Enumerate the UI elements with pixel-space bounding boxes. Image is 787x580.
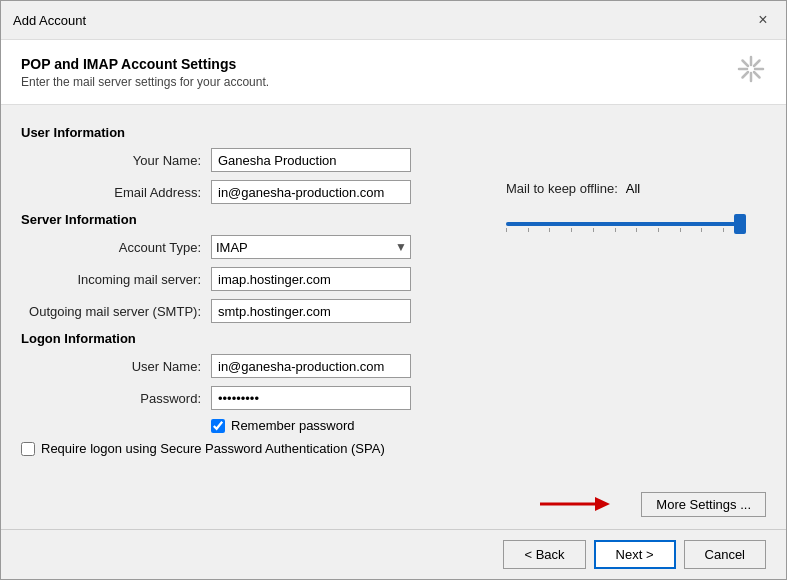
incoming-server-input[interactable] <box>211 267 411 291</box>
slider-track <box>506 222 746 226</box>
slider-tick <box>528 228 529 232</box>
footer: < Back Next > Cancel <box>1 529 786 579</box>
left-panel: User Information Your Name: Email Addres… <box>21 121 486 473</box>
loading-icon <box>736 54 766 90</box>
outgoing-server-label: Outgoing mail server (SMTP): <box>21 304 211 319</box>
email-address-row: Email Address: <box>21 180 486 204</box>
server-info-title: Server Information <box>21 212 486 227</box>
offline-label: Mail to keep offline: <box>506 181 618 196</box>
password-input[interactable] <box>211 386 411 410</box>
your-name-row: Your Name: <box>21 148 486 172</box>
slider-tick <box>549 228 550 232</box>
title-bar: Add Account × <box>1 1 786 40</box>
slider-tick <box>680 228 681 232</box>
header-section: POP and IMAP Account Settings Enter the … <box>1 40 786 105</box>
slider-tick <box>658 228 659 232</box>
content-area: User Information Your Name: Email Addres… <box>1 105 786 489</box>
slider-tick <box>615 228 616 232</box>
slider-ticks <box>506 228 746 232</box>
slider-tick <box>593 228 594 232</box>
spa-row: Require logon using Secure Password Auth… <box>21 441 486 456</box>
slider-tick <box>636 228 637 232</box>
remember-password-checkbox[interactable] <box>211 419 225 433</box>
your-name-label: Your Name: <box>21 153 211 168</box>
slider-tick <box>571 228 572 232</box>
header-subtitle: Enter the mail server settings for your … <box>21 75 269 89</box>
outgoing-server-row: Outgoing mail server (SMTP): <box>21 299 486 323</box>
spa-label: Require logon using Secure Password Auth… <box>41 441 385 456</box>
more-settings-area: More Settings ... <box>1 489 786 519</box>
add-account-dialog: Add Account × POP and IMAP Account Setti… <box>0 0 787 580</box>
cancel-button[interactable]: Cancel <box>684 540 766 569</box>
header-text: POP and IMAP Account Settings Enter the … <box>21 56 269 89</box>
svg-line-6 <box>754 61 760 67</box>
slider-tick <box>723 228 724 232</box>
user-info-title: User Information <box>21 125 486 140</box>
slider-thumb[interactable] <box>734 214 746 234</box>
offline-row: Mail to keep offline: All <box>506 181 766 196</box>
account-type-wrapper: IMAP POP3 ▼ <box>211 235 411 259</box>
email-address-input[interactable] <box>211 180 411 204</box>
spinner-icon <box>736 54 766 84</box>
slider-tick <box>701 228 702 232</box>
username-row: User Name: <box>21 354 486 378</box>
dialog-title: Add Account <box>13 13 86 28</box>
offline-value: All <box>626 181 640 196</box>
your-name-input[interactable] <box>211 148 411 172</box>
incoming-server-label: Incoming mail server: <box>21 272 211 287</box>
email-address-label: Email Address: <box>21 185 211 200</box>
svg-line-7 <box>743 72 749 78</box>
header-title: POP and IMAP Account Settings <box>21 56 269 72</box>
remember-password-label: Remember password <box>231 418 355 433</box>
account-type-row: Account Type: IMAP POP3 ▼ <box>21 235 486 259</box>
account-type-select[interactable]: IMAP POP3 <box>211 235 411 259</box>
right-panel: Mail to keep offline: All <box>506 121 766 473</box>
close-button[interactable]: × <box>752 9 774 31</box>
red-arrow-icon <box>535 489 615 519</box>
svg-line-5 <box>754 72 760 78</box>
outgoing-server-input[interactable] <box>211 299 411 323</box>
username-label: User Name: <box>21 359 211 374</box>
svg-line-4 <box>743 61 749 67</box>
password-label: Password: <box>21 391 211 406</box>
slider-tick <box>506 228 507 232</box>
incoming-server-row: Incoming mail server: <box>21 267 486 291</box>
arrow-container <box>21 489 625 519</box>
back-button[interactable]: < Back <box>503 540 585 569</box>
more-settings-button[interactable]: More Settings ... <box>641 492 766 517</box>
username-input[interactable] <box>211 354 411 378</box>
spa-checkbox[interactable] <box>21 442 35 456</box>
password-row: Password: <box>21 386 486 410</box>
slider-fill <box>506 222 746 226</box>
svg-marker-9 <box>595 497 610 511</box>
remember-password-row: Remember password <box>211 418 486 433</box>
slider-container[interactable] <box>506 222 746 232</box>
account-type-label: Account Type: <box>21 240 211 255</box>
logon-info-title: Logon Information <box>21 331 486 346</box>
next-button[interactable]: Next > <box>594 540 676 569</box>
